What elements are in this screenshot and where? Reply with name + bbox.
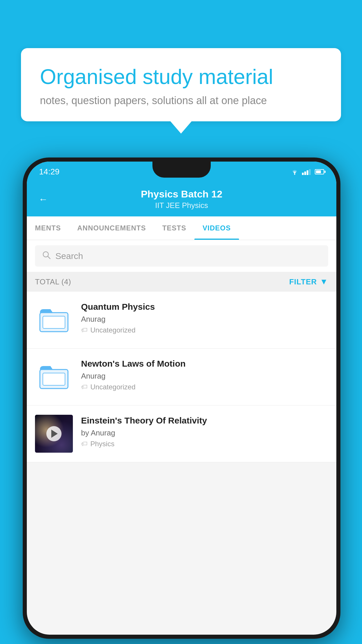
speech-bubble-title: Organised study material — [40, 64, 322, 89]
filter-label: FILTER — [289, 277, 317, 286]
item-title: Newton's Laws of Motion — [81, 358, 328, 369]
item-thumbnail — [35, 358, 73, 396]
phone-frame: 14:29 — [23, 158, 340, 639]
item-author: by Anurag — [81, 428, 328, 438]
header-title-block: Physics Batch 12 IIT JEE Physics — [141, 188, 222, 210]
item-title: Einstein's Theory Of Relativity — [81, 415, 328, 426]
phone-screen: 14:29 — [27, 162, 336, 635]
item-author: Anurag — [81, 315, 328, 324]
filter-bar: TOTAL (4) FILTER ▼ — [27, 272, 336, 292]
folder-icon — [39, 307, 68, 333]
filter-funnel-icon: ▼ — [320, 277, 328, 286]
video-thumbnail-image — [35, 415, 73, 453]
tag-icon: 🏷 — [81, 326, 87, 334]
filter-button[interactable]: FILTER ▼ — [289, 277, 328, 286]
tag-icon: 🏷 — [81, 440, 87, 448]
tab-announcements[interactable]: ANNOUNCEMENTS — [69, 216, 154, 240]
item-tag: 🏷 Uncategorized — [81, 383, 328, 391]
list-item[interactable]: Quantum Physics Anurag 🏷 Uncategorized — [27, 292, 336, 349]
status-icons — [290, 169, 324, 175]
speech-bubble-subtitle: notes, question papers, solutions all at… — [40, 94, 322, 107]
wifi-icon — [290, 169, 299, 175]
search-icon — [42, 251, 51, 261]
tab-tests[interactable]: TESTS — [154, 216, 194, 240]
signal-icon — [302, 169, 311, 175]
total-count: TOTAL (4) — [35, 277, 71, 286]
tab-ments[interactable]: MENTS — [27, 216, 69, 240]
search-box[interactable]: Search — [35, 245, 328, 267]
list-item[interactable]: Newton's Laws of Motion Anurag 🏷 Uncateg… — [27, 349, 336, 405]
item-tag: 🏷 Uncategorized — [81, 326, 328, 334]
tag-label: Uncategorized — [90, 326, 136, 334]
tab-bar: MENTS ANNOUNCEMENTS TESTS VIDEOS — [27, 216, 336, 240]
item-thumbnail — [35, 301, 73, 339]
svg-line-2 — [48, 256, 50, 259]
item-info: Newton's Laws of Motion Anurag 🏷 Uncateg… — [81, 358, 328, 391]
item-tag: 🏷 Physics — [81, 440, 328, 448]
item-info: Quantum Physics Anurag 🏷 Uncategorized — [81, 301, 328, 334]
folder-icon — [39, 364, 68, 390]
item-author: Anurag — [81, 372, 328, 381]
speech-bubble-container: Organised study material notes, question… — [21, 48, 341, 121]
status-time: 14:29 — [39, 167, 59, 176]
list-item[interactable]: Einstein's Theory Of Relativity by Anura… — [27, 405, 336, 462]
search-container: Search — [27, 240, 336, 272]
item-title: Quantum Physics — [81, 301, 328, 312]
tag-label: Uncategorized — [90, 383, 136, 391]
item-info: Einstein's Theory Of Relativity by Anura… — [81, 415, 328, 448]
svg-rect-8 — [43, 373, 65, 385]
svg-rect-5 — [43, 316, 65, 328]
speech-bubble: Organised study material notes, question… — [21, 48, 341, 121]
item-thumbnail — [35, 415, 73, 453]
search-placeholder: Search — [55, 251, 83, 261]
svg-point-0 — [294, 174, 295, 175]
header-subtitle: IIT JEE Physics — [141, 201, 222, 210]
play-button[interactable] — [46, 426, 61, 441]
tag-icon: 🏷 — [81, 383, 87, 391]
phone-notch — [152, 162, 211, 178]
battery-icon — [315, 169, 324, 174]
tag-label: Physics — [90, 440, 115, 448]
tab-videos[interactable]: VIDEOS — [194, 216, 239, 240]
header-title: Physics Batch 12 — [141, 188, 222, 200]
app-header: ← Physics Batch 12 IIT JEE Physics — [27, 182, 336, 216]
back-button[interactable]: ← — [38, 194, 48, 205]
video-list: Quantum Physics Anurag 🏷 Uncategorized — [27, 292, 336, 462]
